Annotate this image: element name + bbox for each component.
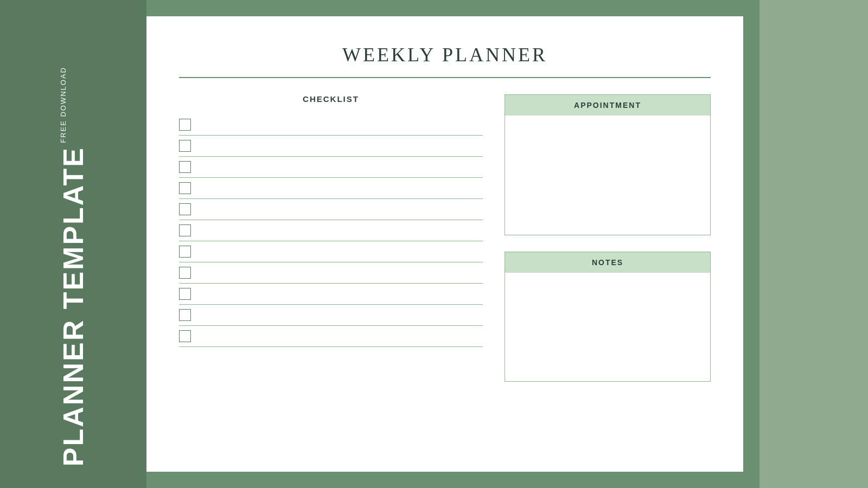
checklist-line-3 (197, 167, 483, 168)
checklist-line-11 (197, 336, 483, 337)
main-page: WEEKLY PLANNER CHECKLIST (146, 16, 743, 472)
checkbox-4[interactable] (179, 182, 191, 194)
checklist-line-5 (197, 209, 483, 210)
checklist-title: CHECKLIST (179, 94, 483, 104)
checkbox-9[interactable] (179, 288, 191, 300)
checkbox-6[interactable] (179, 224, 191, 236)
appointment-title: APPOINTMENT (574, 101, 641, 110)
checklist-item (179, 241, 483, 262)
sidebar-free-download-label: FREE DOWNLOAD (59, 67, 67, 143)
sidebar-planner-title: PLANNER TEMPLATE (59, 146, 87, 466)
checkbox-5[interactable] (179, 203, 191, 215)
checkbox-7[interactable] (179, 246, 191, 258)
checklist-line-2 (197, 146, 483, 146)
checklist-line-7 (197, 252, 483, 252)
checklist-item (179, 136, 483, 157)
header-divider (179, 77, 711, 78)
content-area: CHECKLIST (179, 94, 711, 382)
checklist-line-10 (197, 315, 483, 316)
page-title: WEEKLY PLANNER (179, 43, 711, 66)
appointment-header: APPOINTMENT (505, 95, 710, 115)
checklist-column: CHECKLIST (179, 94, 483, 347)
checklist-item (179, 284, 483, 305)
checkbox-1[interactable] (179, 119, 191, 131)
checklist-line-4 (197, 188, 483, 189)
checklist-item (179, 262, 483, 284)
checkbox-11[interactable] (179, 330, 191, 342)
checklist-items (179, 114, 483, 347)
page-header: WEEKLY PLANNER (179, 43, 711, 66)
right-column: APPOINTMENT NOTES (505, 94, 711, 382)
checkbox-10[interactable] (179, 309, 191, 321)
checklist-item (179, 114, 483, 136)
checklist-line-9 (197, 294, 483, 294)
checklist-item (179, 305, 483, 326)
checklist-item (179, 326, 483, 347)
checkbox-2[interactable] (179, 140, 191, 152)
checkbox-3[interactable] (179, 161, 191, 173)
checkbox-8[interactable] (179, 267, 191, 279)
checklist-line-1 (197, 125, 483, 125)
right-background (760, 0, 868, 488)
notes-box: NOTES (505, 252, 711, 382)
appointment-box: APPOINTMENT (505, 94, 711, 235)
notes-title: NOTES (592, 258, 623, 267)
checklist-item (179, 220, 483, 241)
checklist-line-6 (197, 230, 483, 231)
sidebar: FREE DOWNLOAD PLANNER TEMPLATE (0, 0, 146, 488)
checklist-item (179, 157, 483, 178)
notes-body[interactable] (505, 273, 710, 381)
checklist-item (179, 178, 483, 199)
appointment-body[interactable] (505, 115, 710, 235)
checklist-line-8 (197, 273, 483, 273)
checklist-item (179, 199, 483, 220)
notes-header: NOTES (505, 252, 710, 273)
